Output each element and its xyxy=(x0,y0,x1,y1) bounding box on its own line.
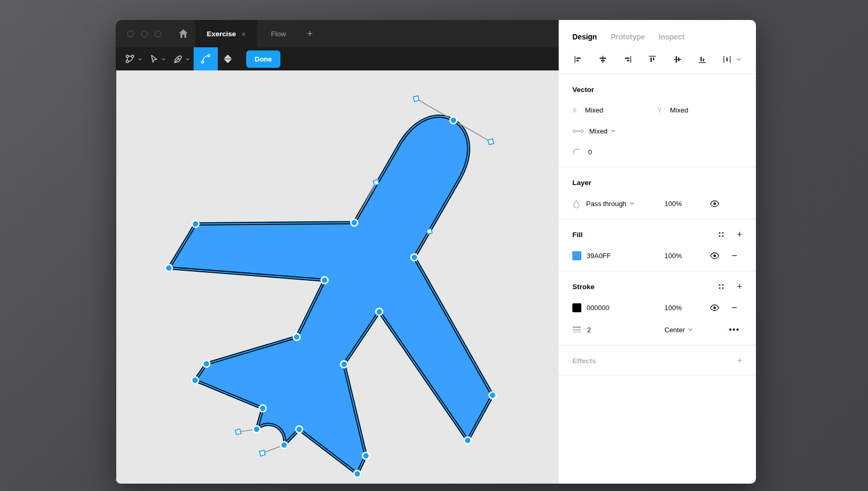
handle-diamond[interactable] xyxy=(427,229,432,234)
eye-icon xyxy=(710,252,720,259)
cursor-icon xyxy=(149,54,159,64)
handle-diamond[interactable] xyxy=(488,139,494,145)
distribute-button[interactable] xyxy=(720,53,743,66)
paint-bucket-icon xyxy=(221,53,234,65)
align-horizontal-center-icon xyxy=(598,55,608,64)
home-icon xyxy=(178,29,188,38)
stroke-visibility-toggle[interactable] xyxy=(702,304,726,311)
y-value: Mixed xyxy=(670,106,689,114)
handle-diamond[interactable] xyxy=(413,96,419,101)
stroke-align-value: Center xyxy=(664,326,685,334)
window-minimize-button[interactable] xyxy=(141,30,148,37)
vector-network-icon xyxy=(125,54,135,64)
tab-inspect[interactable]: Inspect xyxy=(659,33,684,41)
align-bottom-icon xyxy=(698,55,707,64)
tab-design[interactable]: Design xyxy=(572,33,597,41)
layer-visibility-toggle[interactable] xyxy=(702,200,726,207)
alignment-row xyxy=(559,48,756,74)
stroke-color-field[interactable]: 000000 xyxy=(572,303,664,312)
bend-tool-icon xyxy=(200,53,211,65)
align-horizontal-center-button[interactable] xyxy=(596,53,610,66)
tab-label: Exercise xyxy=(207,30,236,38)
vector-section: Vector X Mixed Y Mixed Mixed xyxy=(559,74,756,167)
x-position-field[interactable]: X Mixed xyxy=(572,106,658,114)
new-tab-button[interactable]: + xyxy=(300,20,320,47)
handle-diamond[interactable] xyxy=(374,180,379,186)
fill-opacity-field[interactable]: 100% xyxy=(664,252,702,260)
stroke-weight-value: 2 xyxy=(587,326,591,334)
bend-tool-button[interactable] xyxy=(194,47,218,70)
align-right-button[interactable] xyxy=(621,53,634,66)
fill-hex-value: 39A0FF xyxy=(587,252,611,260)
airplane-shape[interactable] xyxy=(121,70,559,484)
stroke-section: Stroke + 000000 100% xyxy=(559,271,756,345)
layer-opacity-field[interactable]: 100% xyxy=(664,200,702,208)
pen-tool-button[interactable] xyxy=(169,47,194,70)
stroke-opacity-field[interactable]: 100% xyxy=(664,304,702,312)
panel-tabs: Design Prototype Inspect xyxy=(559,20,756,48)
chevron-down-icon xyxy=(138,58,142,60)
window-close-button[interactable] xyxy=(127,30,134,37)
mirroring-field[interactable]: Mixed xyxy=(572,125,742,137)
remove-stroke-button[interactable]: − xyxy=(726,303,742,312)
blend-mode-select[interactable]: Pass through xyxy=(572,199,664,208)
tab-prototype[interactable]: Prototype xyxy=(611,33,645,41)
stroke-title: Stroke xyxy=(572,283,594,291)
properties-panel: Design Prototype Inspect xyxy=(559,20,756,484)
chevron-down-icon xyxy=(630,202,634,205)
stroke-color-swatch[interactable] xyxy=(572,303,581,312)
effects-title: Effects xyxy=(572,357,596,365)
layer-section: Layer Pass through 100% xyxy=(559,167,756,219)
corner-radius-field[interactable]: 0 xyxy=(572,146,742,158)
pen-icon xyxy=(173,54,183,64)
desktop: { "window": { "tabs": { "active_label": … xyxy=(0,0,868,491)
toolbar: Done xyxy=(116,47,559,70)
x-label: X xyxy=(572,106,579,114)
fill-color-field[interactable]: 39A0FF xyxy=(572,251,664,260)
y-position-field[interactable]: Y Mixed xyxy=(658,106,743,114)
tab-flow[interactable]: Flow xyxy=(257,20,300,47)
window-zoom-button[interactable] xyxy=(155,30,162,37)
stroke-weight-field[interactable]: 2 xyxy=(572,326,664,334)
fill-section: Fill + 39A0FF 100% xyxy=(559,219,756,271)
stroke-weight-icon xyxy=(572,326,581,333)
add-effect-button[interactable]: + xyxy=(736,356,742,365)
done-button[interactable]: Done xyxy=(246,50,280,68)
layer-title: Layer xyxy=(572,179,591,187)
x-value: Mixed xyxy=(585,106,603,114)
handle-diamond[interactable] xyxy=(235,429,241,435)
handle-diamond[interactable] xyxy=(259,450,265,456)
move-tool-button[interactable] xyxy=(146,47,169,70)
chevron-down-icon xyxy=(611,129,615,132)
handle-mirroring-icon xyxy=(572,128,584,134)
home-button[interactable] xyxy=(171,20,195,47)
vector-title: Vector xyxy=(572,86,594,94)
chevron-down-icon xyxy=(162,58,166,60)
paint-bucket-tool-button[interactable] xyxy=(218,47,238,70)
align-top-button[interactable] xyxy=(645,53,659,66)
close-tab-icon[interactable]: × xyxy=(241,29,246,38)
stroke-align-select[interactable]: Center xyxy=(664,326,702,334)
figma-window: Exercise × Flow + xyxy=(116,20,756,484)
stroke-advanced-options-button[interactable]: ••• xyxy=(726,325,742,334)
align-bottom-button[interactable] xyxy=(695,53,709,66)
y-label: Y xyxy=(658,106,664,114)
canvas[interactable] xyxy=(116,70,559,484)
remove-fill-button[interactable]: − xyxy=(726,251,742,260)
add-fill-button[interactable]: + xyxy=(736,230,742,239)
corner-radius-icon xyxy=(572,148,581,156)
window-controls xyxy=(116,20,171,47)
align-vertical-center-button[interactable] xyxy=(671,53,684,66)
align-left-button[interactable] xyxy=(571,53,585,66)
tab-exercise[interactable]: Exercise × xyxy=(195,20,257,47)
fill-visibility-toggle[interactable] xyxy=(702,252,726,259)
styles-icon[interactable] xyxy=(718,283,725,290)
styles-icon[interactable] xyxy=(718,231,725,238)
editor-column: Exercise × Flow + xyxy=(116,20,559,484)
align-vertical-center-icon xyxy=(673,55,682,64)
align-top-icon xyxy=(648,55,657,64)
fill-color-swatch[interactable] xyxy=(572,251,581,260)
add-stroke-button[interactable]: + xyxy=(736,282,742,291)
vector-network-tool-button[interactable] xyxy=(121,47,146,70)
align-right-icon xyxy=(623,55,632,64)
